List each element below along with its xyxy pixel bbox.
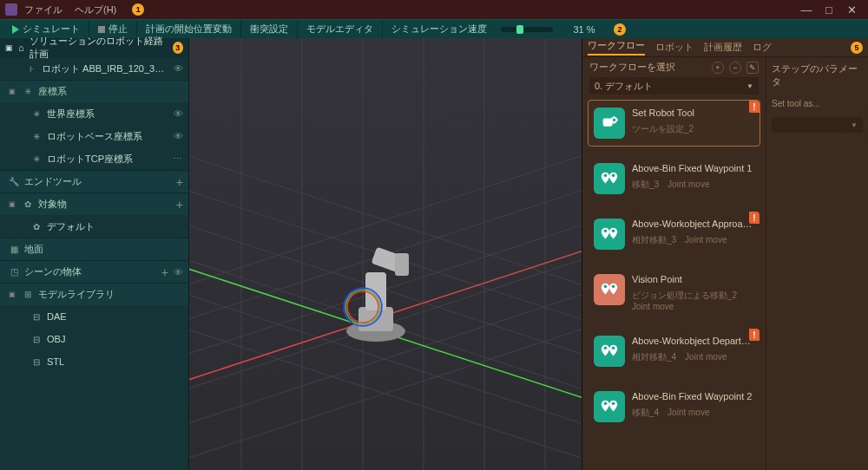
tree-default-object[interactable]: ✿デフォルト [0,215,188,238]
app-icon [5,3,17,16]
titlebar: ファイル ヘルプ(H) 1 ― □ ✕ [0,0,868,19]
tcp-label: ロボットTCP座標系 [47,153,168,166]
step-body: Above-Bin Fixed Waypoint 2移動_4 Joint mov… [632,391,754,422]
world-label: 世界座標系 [47,108,168,121]
ground-label: 地面 [24,243,183,256]
step-subtitle: 相対移動_4 Joint move [632,351,754,363]
visibility-icon[interactable]: 👁 [174,63,183,74]
workflow-step[interactable]: Above-Bin Fixed Waypoint 1移動_3 Joint mov… [588,155,760,202]
step-body: Vision Pointビジョン処理による移動_2 Joint move [632,274,754,311]
add-icon[interactable]: + [161,265,168,279]
svg-point-32 [612,174,615,178]
waypoint-icon [594,219,625,250]
step-title: Above-Workobject Approach Waypoint [632,219,754,229]
visibility-icon[interactable]: 👁 [174,108,183,119]
svg-point-31 [604,174,608,178]
target-icon: ✿ [31,222,42,232]
axes-icon: ✳ [31,154,42,164]
add-icon[interactable]: + [176,175,183,189]
tool-icon: 🔧 [9,177,19,186]
chevron-down-icon: ▼ [746,82,753,90]
tree-stl[interactable]: ⊟STL [0,350,188,373]
tab-workflow[interactable]: ワークフロー [588,39,645,55]
visibility-icon[interactable]: 👁 [174,267,183,277]
play-icon [12,25,19,34]
tour-badge-5: 5 [851,42,863,54]
stl-label: STL [47,356,183,367]
workflow-step[interactable]: Above-Bin Fixed Waypoint 2移動_4 Joint mov… [588,383,760,430]
workflow-remove-button[interactable]: − [729,62,741,74]
sim-speed-slider[interactable] [501,27,553,32]
base-label: ロボットベース座標系 [47,130,168,143]
right-panel: ワークフロー ロボット 計画履歴 ログ 5 ワークフローを選択 + − ✎ 0.… [582,38,868,470]
svg-point-39 [604,402,608,406]
tree-robot[interactable]: ⊦ロボット ABB_IRB_120_3_0_6👁 [0,57,188,80]
workflow-add-button[interactable]: + [712,62,724,74]
file-icon: ⊟ [31,312,42,322]
workflow-step[interactable]: Above-Workobject Approach Waypoint相対移動_3… [588,211,760,258]
menu-file[interactable]: ファイル [24,3,62,16]
objects-label: 対象物 [38,198,171,211]
cube-icon: ◳ [9,267,19,277]
end-tool-label: エンドツール [24,175,171,188]
window-close[interactable]: ✕ [840,3,863,16]
left-panel-header[interactable]: ▣ ⌂ ソリューションのロボット経路計画 3 [0,38,188,57]
tree-obj[interactable]: ⊟OBJ [0,328,188,350]
more-icon[interactable]: ⋯ [173,153,183,165]
caret-icon: ▣ [9,200,17,208]
tree-tcp-frame[interactable]: ✳ロボットTCP座標系⋯ [0,147,188,170]
tab-history[interactable]: 計画履歴 [704,41,742,54]
model-editor-button[interactable]: モデルエディタ [298,21,383,38]
workflow-step[interactable]: Vision Pointビジョン処理による移動_2 Joint move [588,266,760,319]
file-icon: ⊟ [31,357,42,367]
axes-icon: ✳ [23,87,33,96]
svg-point-33 [604,230,608,233]
tree-base-frame[interactable]: ✳ロボットベース座標系👁 [0,125,188,147]
default-label: デフォルト [47,220,183,233]
svg-rect-23 [365,272,386,310]
tree-objects[interactable]: ▣✿対象物+ [0,193,188,215]
tour-badge-2: 2 [614,23,626,36]
workflow-dropdown[interactable]: 0. デフォルト▼ [589,77,759,95]
axes-icon: ✳ [31,109,42,119]
collision-button[interactable]: 衝突設定 [241,21,298,38]
frames-label: 座標系 [38,85,183,98]
svg-point-36 [612,285,615,289]
slider-thumb[interactable] [516,25,523,34]
tour-badge-3: 3 [173,42,183,54]
param-dropdown[interactable]: ▼ [772,117,863,133]
menu-help[interactable]: ヘルプ(H) [75,3,116,16]
tour-badge-1: 1 [132,3,144,16]
tree-frames[interactable]: ▣✳座標系 [0,80,188,102]
window-maximize[interactable]: □ [818,3,840,16]
tree-library[interactable]: ▣⊞モデルライブラリ [0,283,188,305]
waypoint-icon [594,163,625,194]
tree-scene[interactable]: ◳シーンの物体+👁 [0,260,188,283]
tree-dae[interactable]: ⊟DAE [0,305,188,328]
tab-robot[interactable]: ロボット [655,41,694,54]
3d-viewport[interactable]: 4 [189,38,582,470]
svg-rect-25 [395,253,409,276]
svg-point-37 [604,347,608,350]
step-title: Above-Bin Fixed Waypoint 1 [632,163,754,173]
add-icon[interactable]: + [176,198,183,212]
library-label: モデルライブラリ [38,288,183,301]
workflow-edit-button[interactable]: ✎ [746,62,759,74]
tree-world-frame[interactable]: ✳世界座標系👁 [0,102,188,125]
sim-speed-label: シミュレーション速度 [383,21,496,38]
tree-end-tool[interactable]: 🔧エンドツール+ [0,170,188,193]
tree-robot-label: ロボット ABB_IRB_120_3_0_6 [42,62,168,75]
tree-ground[interactable]: ▦地面 [0,238,188,260]
step-subtitle: 移動_4 Joint move [632,407,754,419]
visibility-icon[interactable]: 👁 [174,131,183,141]
svg-point-38 [612,347,615,350]
param-set-tool-as[interactable]: Set tool as... [772,95,863,112]
workflow-step[interactable]: Set Robot Toolツールを設定_2! [588,100,760,147]
sim-speed-value: 31 % [558,24,610,35]
window-minimize[interactable]: ― [795,3,818,16]
workflow-step[interactable]: Above-Workobject Departure Waypoint相対移動_… [588,328,760,375]
tab-log[interactable]: ログ [753,41,772,54]
caret-icon: ▣ [9,290,17,298]
grid-icon: ▦ [9,245,19,254]
workflow-head: ワークフローを選択 + − ✎ [582,57,766,77]
